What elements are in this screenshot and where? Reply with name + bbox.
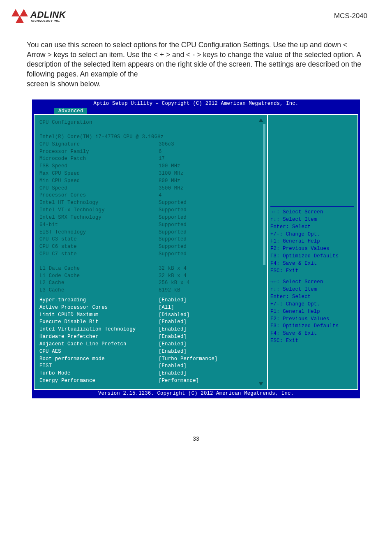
row-value: Supported	[159, 229, 262, 236]
scroll-up-icon[interactable]	[259, 118, 263, 122]
row-value: [Enabled]	[159, 326, 262, 333]
row-label: CPU AES	[39, 348, 159, 356]
row-value: 32 kB x 4	[159, 265, 262, 273]
bios-row: Intel VT-x TechnologySupported	[39, 207, 262, 214]
bios-title: Aptio Setup Utility – Copyright (C) 2012…	[33, 100, 359, 106]
bios-row[interactable]: Hardware Prefetcher[Enabled]	[39, 333, 262, 341]
help-hint: Enter: Select	[270, 224, 354, 231]
row-label: CPU C3 state	[39, 236, 159, 243]
row-value: 100 MHz	[159, 163, 262, 170]
row-value: [Enabled]	[159, 370, 262, 377]
brand-subtitle: TECHNOLOGY INC.	[30, 19, 66, 22]
bios-row: EIST TechnologySupported	[39, 229, 262, 236]
row-value: [Enabled]	[159, 319, 262, 326]
row-label: 64-bit	[39, 222, 159, 229]
row-label: Intel VT-x Technology	[39, 207, 159, 214]
help-hint: ↑↓: Select Item	[270, 286, 354, 294]
row-label: EIST	[39, 363, 159, 370]
bios-row[interactable]: Limit CPUID Maximum[Disabled]	[39, 312, 262, 319]
row-value: 256 kB x 4	[159, 280, 262, 287]
bios-screenshot: Aptio Setup Utility – Copyright (C) 2012…	[32, 99, 360, 398]
bios-row: Intel HT TechnologySupported	[39, 199, 262, 207]
page-header: ADLINK TECHNOLOGY INC. MCS-2040	[0, 0, 392, 28]
row-label: Limit CPUID Maximum	[39, 312, 159, 319]
bios-row: 64-bitSupported	[39, 222, 262, 229]
row-value: [Disabled]	[159, 312, 262, 319]
bios-row[interactable]: Boot performance mode[Turbo Performance]	[39, 356, 262, 363]
row-value: Supported	[159, 251, 262, 258]
row-label: Hyper-threading	[39, 297, 159, 304]
bios-row[interactable]: Execute Disable Bit[Enabled]	[39, 319, 262, 326]
bios-row: Min CPU Speed800 MHz	[39, 178, 262, 185]
row-label: Active Processor Cores	[39, 304, 159, 312]
row-label: L2 Cache	[39, 280, 159, 287]
row-value: [Enabled]	[159, 333, 262, 341]
help-hint: +/-: Change Opt.	[270, 301, 354, 308]
row-label: Hardware Prefetcher	[39, 333, 159, 341]
help-hint: F3: Optimized Defaults	[270, 323, 354, 330]
row-label: Intel HT Technology	[39, 199, 159, 207]
row-label: Max CPU Speed	[39, 170, 159, 178]
page-number: 33	[0, 435, 392, 442]
row-label: L1 Data Cache	[39, 265, 159, 273]
bios-row[interactable]: EIST[Enabled]	[39, 363, 262, 370]
help-hint: F2: Previous Values	[270, 316, 354, 323]
help-hint: F3: Optimized Defaults	[270, 253, 354, 260]
scroll-down-icon[interactable]	[259, 382, 263, 386]
bios-row: L3 Cache8192 kB	[39, 287, 262, 294]
bios-row[interactable]: Adjacent Cache Line Prefetch[Enabled]	[39, 341, 262, 348]
help-hint: +/-: Change Opt.	[270, 231, 354, 238]
row-value: 32 kB x 4	[159, 273, 262, 280]
bios-tab-advanced[interactable]: Advanced	[54, 108, 87, 114]
row-value: 3100 MHz	[159, 170, 262, 178]
row-value: [Turbo Performance]	[159, 356, 262, 363]
bios-row[interactable]: CPU AES[Enabled]	[39, 348, 262, 356]
row-value: [Enabled]	[159, 297, 262, 304]
row-value: 800 MHz	[159, 178, 262, 185]
help-hint: F1: General Help	[270, 238, 354, 245]
bios-row: CPU Signature306c3	[39, 141, 262, 148]
row-label: Energy Performance	[39, 377, 159, 385]
bios-row: CPU C6 stateSupported	[39, 243, 262, 251]
intro-paragraph: You can use this screen to select option…	[27, 40, 365, 89]
bios-row[interactable]: Intel Virtualization Technology[Enabled]	[39, 326, 262, 333]
row-value: 8192 kB	[159, 287, 262, 294]
row-label: Min CPU Speed	[39, 178, 159, 185]
row-label: CPU Signature	[39, 141, 159, 148]
help-hint: Enter: Select	[270, 294, 354, 301]
bios-row: L1 Code Cache32 kB x 4	[39, 273, 262, 280]
section-title: CPU Configuration	[39, 119, 159, 127]
row-label: CPU Speed	[39, 185, 159, 192]
row-label: Processor Family	[39, 148, 159, 156]
brand-name: ADLINK	[30, 10, 66, 19]
row-label: EIST Technology	[39, 229, 159, 236]
row-label: Intel SMX Technology	[39, 214, 159, 222]
row-value: [Enabled]	[159, 341, 262, 348]
bios-row[interactable]: Turbo Mode[Enabled]	[39, 370, 262, 377]
scrollbar[interactable]	[263, 124, 265, 380]
help-hint: ESC: Exit	[270, 338, 354, 345]
row-label: L1 Code Cache	[39, 273, 159, 280]
row-value: [Enabled]	[159, 363, 262, 370]
bios-row: Microcode Patch17	[39, 155, 262, 163]
row-label: Adjacent Cache Line Prefetch	[39, 341, 159, 348]
row-value: [Performance]	[159, 377, 262, 385]
help-hint: →←: Select Screen	[270, 209, 354, 216]
bios-row[interactable]: Hyper-threading[Enabled]	[39, 297, 262, 304]
row-value: 306c3	[159, 141, 262, 148]
bios-row: CPU C7 stateSupported	[39, 251, 262, 258]
help-hint: F2: Previous Values	[270, 245, 354, 253]
row-value: 17	[159, 155, 262, 163]
bios-row[interactable]: Active Processor Cores[All]	[39, 304, 262, 312]
row-value: Supported	[159, 243, 262, 251]
logo: ADLINK TECHNOLOGY INC.	[12, 7, 66, 25]
row-label: FSB Speed	[39, 163, 159, 170]
cpu-name: Intel(R) Core(TM) i7-4770S CPU @ 3.10GHz	[39, 134, 164, 141]
row-value: Supported	[159, 214, 262, 222]
row-value: [All]	[159, 304, 262, 312]
help-hint: ESC: Exit	[270, 268, 354, 275]
bios-row[interactable]: Energy Performance[Performance]	[39, 377, 262, 385]
bios-row: L1 Data Cache32 kB x 4	[39, 265, 262, 273]
bios-row: Processor Cores4	[39, 192, 262, 199]
row-value: 6	[159, 148, 262, 156]
